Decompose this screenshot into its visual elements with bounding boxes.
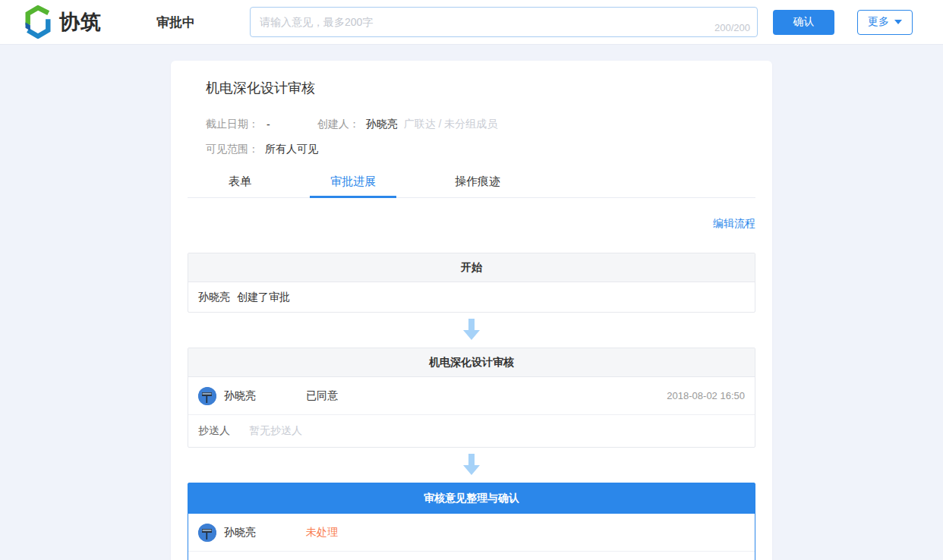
- flow-node-confirm-title: 审核意见整理与确认: [188, 483, 755, 514]
- visibility-label: 可见范围：: [206, 143, 259, 156]
- flow-node-start-title: 开始: [188, 253, 755, 282]
- cc-value: 暂无抄送人: [249, 424, 302, 438]
- approver-status: 已同意: [306, 389, 338, 403]
- meta-row-deadline-creator: 截止日期： - 创建人： 孙晓亮 广联达 / 未分组成员: [206, 118, 752, 131]
- detail-head: 机电深化设计审核 截止日期： - 创建人： 孙晓亮 广联达 / 未分组成员 可见…: [188, 61, 755, 156]
- tab-operation-trace[interactable]: 操作痕迹: [434, 171, 521, 197]
- creator-org: 广联达 / 未分组成员: [404, 118, 498, 131]
- arrow-down-icon: [462, 319, 481, 341]
- cc-row: 抄送人 暂无抄送人: [188, 414, 755, 447]
- visibility-value: 所有人可见: [265, 143, 318, 156]
- flow-arrow-2: [188, 448, 755, 483]
- tab-form[interactable]: 表单: [208, 171, 272, 197]
- approver-time: 2018-08-02 16:50: [667, 390, 745, 401]
- meta-row-visibility: 可见范围： 所有人可见: [206, 143, 752, 156]
- edit-flow-row: 编辑流程: [188, 198, 755, 231]
- cc-label: 抄送人: [198, 424, 230, 438]
- flow-node-review-title: 机电深化设计审核: [188, 348, 755, 377]
- arrow-down-icon: [462, 454, 481, 476]
- deadline-value: -: [266, 118, 270, 131]
- creator-label: 创建人：: [317, 118, 360, 131]
- creator-group: 创建人： 孙晓亮 广联达 / 未分组成员: [317, 118, 498, 131]
- logo-icon: [21, 5, 55, 39]
- start-creator-name: 孙晓亮: [198, 291, 230, 304]
- approver-row: 孙晓亮 已同意 2018-08-02 16:50: [188, 377, 755, 414]
- logo-text: 协筑: [59, 8, 102, 36]
- confirm-button[interactable]: 确认: [773, 10, 834, 35]
- flow-node-start: 开始 孙晓亮 创建了审批: [188, 253, 755, 313]
- chevron-down-icon: [894, 20, 902, 24]
- edit-flow-link[interactable]: 编辑流程: [713, 217, 755, 229]
- deadline-label: 截止日期：: [206, 118, 259, 131]
- approval-status-title: 审批中: [156, 14, 195, 31]
- detail-tabs: 表单 审批进展 操作痕迹: [188, 171, 755, 198]
- approver-name: 孙晓亮: [224, 526, 306, 540]
- flow-node-review: 机电深化设计审核 孙晓亮 已同意 2018-08-02 16:50 抄送人 暂无…: [188, 348, 755, 448]
- approval-detail-card: 机电深化设计审核 截止日期： - 创建人： 孙晓亮 广联达 / 未分组成员 可见…: [171, 61, 772, 560]
- creator-name: 孙晓亮: [366, 118, 398, 131]
- approval-flow: 开始 孙晓亮 创建了审批 机电深化设计审核: [188, 253, 755, 560]
- approver-name: 孙晓亮: [224, 389, 306, 403]
- flow-node-confirm: 审核意见整理与确认 孙晓亮 未处理 抄送人 暂无抄送人: [188, 483, 755, 560]
- flow-arrow-1: [188, 313, 755, 348]
- cc-row: 抄送人 暂无抄送人: [188, 551, 755, 560]
- avatar: [198, 387, 216, 405]
- page-title: 机电深化设计审核: [206, 79, 752, 97]
- char-counter: 200/200: [714, 22, 750, 33]
- avatar: [198, 524, 216, 542]
- comment-input-wrap: 200/200: [250, 7, 758, 37]
- top-bar: 协筑 审批中 200/200 确认 更多: [0, 0, 943, 45]
- tab-approval-progress[interactable]: 审批进展: [310, 171, 396, 197]
- more-button[interactable]: 更多: [857, 10, 913, 35]
- flow-node-start-entry: 孙晓亮 创建了审批: [188, 282, 755, 312]
- start-action-text: 创建了审批: [237, 291, 290, 304]
- approver-status: 未处理: [306, 526, 338, 540]
- approver-row: 孙晓亮 未处理: [188, 514, 755, 551]
- comment-input[interactable]: [250, 7, 758, 37]
- more-button-label: 更多: [868, 15, 889, 29]
- app-logo: 协筑: [21, 5, 102, 39]
